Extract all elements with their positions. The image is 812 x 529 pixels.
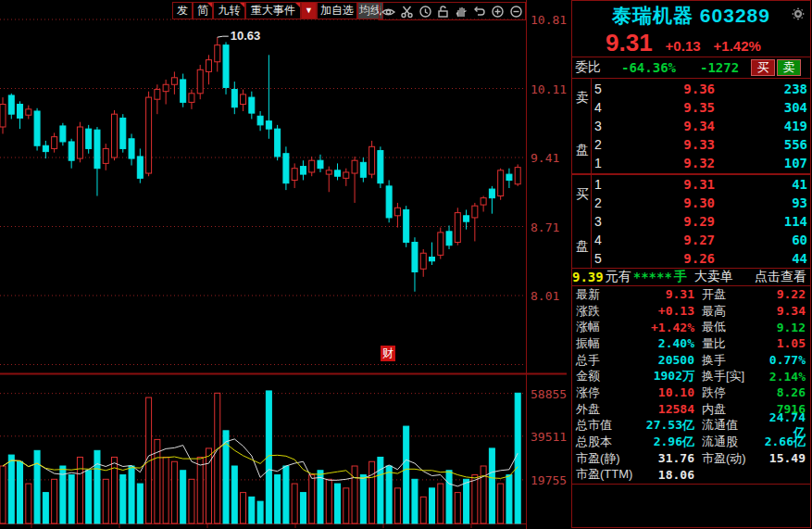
stat-row: 涨幅+1.42%最低9.12 bbox=[572, 319, 810, 335]
quantity: 419 bbox=[715, 119, 810, 133]
sell-button[interactable]: 卖 bbox=[777, 59, 801, 76]
stat-row: 金额1902万换手[实]2.14% bbox=[572, 368, 810, 384]
eye-icon[interactable] bbox=[381, 4, 396, 19]
quantity: 93 bbox=[715, 195, 810, 210]
price-change-percent: +1.42% bbox=[714, 38, 761, 54]
quantity: 107 bbox=[715, 156, 810, 170]
toolbar-button-major-events[interactable]: 重大事件 bbox=[245, 2, 301, 19]
weibi-net: -1272 bbox=[700, 60, 739, 75]
buy-order-book: 19.314129.309339.2911449.276059.2644 bbox=[572, 175, 810, 268]
quantity: 44 bbox=[715, 251, 810, 266]
level: 3 bbox=[572, 214, 618, 229]
buy-row[interactable]: 39.29114 bbox=[572, 212, 810, 231]
stat-row: 总市值27.53亿流通值24.74亿 bbox=[572, 418, 810, 435]
chevron-down-icon[interactable]: ▼ bbox=[301, 2, 317, 19]
quantity: 41 bbox=[715, 177, 810, 192]
price: 9.34 bbox=[618, 119, 715, 133]
quantity: 556 bbox=[715, 137, 810, 152]
toolbar-button-jiuzhuan[interactable]: 九转 bbox=[213, 2, 245, 19]
zoom-in-icon[interactable] bbox=[491, 4, 506, 19]
quantity: 304 bbox=[715, 100, 810, 115]
svg-text:8.01: 8.01 bbox=[531, 289, 559, 303]
level: 3 bbox=[572, 119, 618, 133]
sell-row[interactable]: 39.34419 bbox=[572, 117, 810, 135]
quantity: 60 bbox=[715, 233, 810, 247]
stat-row: 振幅2.40%量比1.05 bbox=[572, 335, 810, 352]
sell-row[interactable]: 59.36238 bbox=[572, 80, 810, 98]
price: 9.36 bbox=[618, 82, 715, 96]
buy-row[interactable]: 49.2760 bbox=[572, 231, 810, 249]
undo-icon[interactable] bbox=[472, 4, 487, 19]
peak-price-annotation: 10.63 bbox=[231, 29, 261, 43]
level: 4 bbox=[572, 100, 618, 115]
zoom-out-icon[interactable] bbox=[508, 4, 523, 19]
level: 1 bbox=[572, 177, 618, 192]
scissors-icon[interactable] bbox=[399, 4, 414, 19]
svg-text:39511: 39511 bbox=[531, 430, 567, 444]
alert-unit: 手 bbox=[674, 269, 687, 285]
alert-type: 大卖单 bbox=[694, 269, 733, 285]
finance-event-badge[interactable]: 财 bbox=[381, 346, 395, 361]
replay-clock-icon[interactable] bbox=[418, 4, 432, 19]
svg-text:9.41: 9.41 bbox=[531, 151, 559, 165]
big-order-alert: 9.39 元有 ***** 手 大卖单 点击查看 bbox=[572, 269, 810, 285]
sell-row[interactable]: 49.35304 bbox=[572, 98, 810, 117]
weibi-label: 委比 bbox=[575, 59, 601, 76]
weibi-row: 委比 -64.36% -1272 买 卖 bbox=[572, 57, 810, 77]
lock-icon[interactable] bbox=[436, 4, 451, 19]
alert-view-link[interactable]: 点击查看 bbox=[755, 269, 810, 285]
sell-row[interactable]: 19.32107 bbox=[572, 154, 810, 172]
level: 5 bbox=[572, 82, 618, 96]
toolbar-button-jian[interactable]: 简 bbox=[193, 2, 213, 19]
quantity: 114 bbox=[715, 214, 810, 229]
price: 9.29 bbox=[618, 214, 715, 229]
stat-row: 涨停10.10跌停8.26 bbox=[572, 384, 810, 401]
price: 9.35 bbox=[618, 100, 715, 115]
svg-text:10.11: 10.11 bbox=[531, 82, 567, 96]
chart-toolbar: 发 简 九转 重大事件 ▼ 加自选 均线 bbox=[0, 0, 567, 20]
hand-icon[interactable] bbox=[454, 4, 468, 19]
quantity: 238 bbox=[715, 82, 810, 96]
alert-text: 元有 bbox=[606, 269, 631, 285]
stock-header: 泰瑞机器 603289 bbox=[572, 3, 810, 29]
buy-row[interactable]: 29.3093 bbox=[572, 194, 810, 212]
svg-text:58855: 58855 bbox=[531, 387, 567, 401]
svg-text:8.71: 8.71 bbox=[531, 220, 559, 234]
price: 9.32 bbox=[618, 156, 715, 170]
level: 2 bbox=[572, 137, 618, 152]
price: 9.30 bbox=[618, 195, 715, 210]
kline-chart-area[interactable]: 10.8110.119.418.718.01588553951119755 发 … bbox=[0, 0, 567, 529]
level: 5 bbox=[572, 251, 618, 266]
stock-name-code: 泰瑞机器 603289 bbox=[612, 5, 770, 26]
level: 2 bbox=[572, 195, 618, 210]
kline-chart-canvas[interactable]: 10.8110.119.418.718.01588553951119755 bbox=[0, 0, 567, 529]
price: 9.33 bbox=[618, 137, 715, 152]
buy-row[interactable]: 19.3141 bbox=[572, 175, 810, 194]
buy-row[interactable]: 59.2644 bbox=[572, 249, 810, 268]
price: 9.31 bbox=[618, 177, 715, 192]
stats-grid: 最新9.31开盘9.22涨跌+0.13最高9.34涨幅+1.42%最低9.12振… bbox=[572, 286, 810, 483]
price: 9.26 bbox=[618, 251, 715, 266]
stat-row: 涨跌+0.13最高9.34 bbox=[572, 303, 810, 320]
sell-row[interactable]: 29.33556 bbox=[572, 135, 810, 154]
last-price: 9.31 bbox=[606, 29, 653, 57]
gear-icon[interactable] bbox=[791, 6, 806, 21]
alert-stars: ***** bbox=[633, 270, 672, 284]
stat-row: 市盈(静)31.76市盈(动)15.49 bbox=[572, 450, 810, 467]
stat-row: 市盈(TTM)18.06 bbox=[572, 467, 810, 484]
buy-button[interactable]: 买 bbox=[751, 59, 775, 76]
toolbar-icon-group bbox=[379, 2, 526, 20]
stat-row: 总股本2.96亿流通股2.66亿 bbox=[572, 434, 810, 450]
weibi-value: -64.36% bbox=[621, 60, 676, 75]
quote-panel: 泰瑞机器 603289 9.31 +0.13 +1.42% 委比 -64.36%… bbox=[571, 0, 811, 528]
toolbar-button-fa[interactable]: 发 bbox=[172, 2, 193, 19]
sell-order-book: 59.3623849.3530439.3441929.3355619.32107 bbox=[572, 80, 810, 172]
toolbar-button-add-watchlist[interactable]: 加自选 bbox=[317, 2, 357, 19]
level: 1 bbox=[572, 156, 618, 170]
level: 4 bbox=[572, 233, 618, 247]
svg-text:19755: 19755 bbox=[531, 473, 567, 487]
price-change: +0.13 bbox=[666, 38, 701, 54]
stat-row: 总手20500换手0.77% bbox=[572, 352, 810, 369]
stock-app-window: 10.8110.119.418.718.01588553951119755 发 … bbox=[0, 0, 812, 529]
stat-row: 最新9.31开盘9.22 bbox=[572, 286, 810, 303]
